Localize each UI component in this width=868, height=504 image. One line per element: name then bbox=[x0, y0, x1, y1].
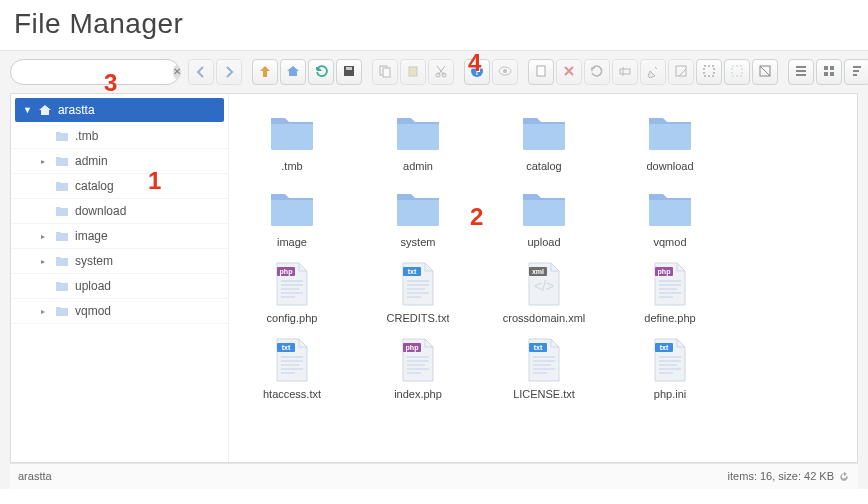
file-item[interactable]: download bbox=[607, 108, 733, 172]
toolbar-save-settings-button[interactable] bbox=[336, 59, 362, 85]
svg-text:php: php bbox=[406, 344, 419, 352]
file-item[interactable]: txthtaccess.txt bbox=[229, 336, 355, 400]
file-item[interactable]: catalog bbox=[481, 108, 607, 172]
cut-icon bbox=[434, 64, 448, 81]
folder-icon bbox=[55, 305, 69, 317]
tree-item-label: system bbox=[75, 254, 113, 268]
file-item[interactable]: </>xmlcrossdomain.xml bbox=[481, 260, 607, 324]
tree-item-vqmod[interactable]: ▸vqmod bbox=[11, 299, 228, 324]
search-input[interactable] bbox=[23, 65, 173, 79]
search-box[interactable]: ✕ bbox=[10, 59, 180, 85]
toolbar-info-button[interactable]: i bbox=[464, 59, 490, 85]
file-item[interactable]: admin bbox=[355, 108, 481, 172]
file-php-icon: php bbox=[646, 260, 694, 308]
svg-text:txt: txt bbox=[660, 344, 669, 351]
tree-item-admin[interactable]: ▸admin bbox=[11, 149, 228, 174]
status-refresh-icon[interactable] bbox=[834, 470, 850, 482]
file-item[interactable]: phpconfig.php bbox=[229, 260, 355, 324]
tree-item-label: image bbox=[75, 229, 108, 243]
file-name-label: crossdomain.xml bbox=[503, 312, 586, 324]
svg-text:</>: </> bbox=[534, 278, 554, 294]
svg-rect-15 bbox=[620, 69, 630, 74]
toolbar-view-sort-button[interactable] bbox=[844, 59, 868, 85]
toolbar-up-button[interactable] bbox=[252, 59, 278, 85]
file-txt-icon: txt bbox=[646, 336, 694, 384]
svg-text:txt: txt bbox=[408, 268, 417, 275]
toolbar-back-button bbox=[188, 59, 214, 85]
file-item[interactable]: phpindex.php bbox=[355, 336, 481, 400]
tree-root[interactable]: ▼ arastta bbox=[15, 98, 224, 122]
tree-item-label: admin bbox=[75, 154, 108, 168]
file-item[interactable]: vqmod bbox=[607, 184, 733, 248]
folder-icon bbox=[646, 108, 694, 156]
file-item[interactable]: image bbox=[229, 184, 355, 248]
svg-rect-14 bbox=[537, 66, 545, 76]
invert-selection-icon bbox=[758, 64, 772, 81]
resize-icon bbox=[674, 64, 688, 81]
icons-pane[interactable]: .tmbadmincatalogdownloadimagesystemuploa… bbox=[229, 94, 857, 462]
tree-item-download[interactable]: download bbox=[11, 199, 228, 224]
tree-item-tmb[interactable]: .tmb bbox=[11, 124, 228, 149]
view-sort-icon bbox=[850, 64, 864, 81]
status-summary: items: 16, size: 42 KB bbox=[728, 470, 850, 483]
toolbar-preview-button bbox=[492, 59, 518, 85]
toolbar-edit-button bbox=[640, 59, 666, 85]
toolbar-view-icons-button[interactable] bbox=[816, 59, 842, 85]
file-name-label: config.php bbox=[267, 312, 318, 324]
tree-item-label: .tmb bbox=[75, 129, 98, 143]
tree-item-upload[interactable]: upload bbox=[11, 274, 228, 299]
toolbar-new-file-button[interactable] bbox=[528, 59, 554, 85]
toolbar-paste-button bbox=[400, 59, 426, 85]
folder-icon bbox=[394, 108, 442, 156]
copy-icon bbox=[378, 64, 392, 81]
caret-right-icon: ▸ bbox=[41, 307, 49, 316]
file-item[interactable]: txtCREDITS.txt bbox=[355, 260, 481, 324]
svg-text:php: php bbox=[658, 268, 671, 276]
toolbar-select-none-button[interactable] bbox=[724, 59, 750, 85]
info-icon: i bbox=[470, 64, 484, 81]
tree-item-catalog[interactable]: catalog bbox=[11, 174, 228, 199]
toolbar-home-button[interactable] bbox=[280, 59, 306, 85]
svg-point-13 bbox=[503, 69, 507, 73]
svg-rect-23 bbox=[824, 72, 828, 76]
svg-rect-4 bbox=[346, 67, 352, 70]
file-txt-icon: txt bbox=[394, 260, 442, 308]
file-txt-icon: txt bbox=[520, 336, 568, 384]
clear-search-icon[interactable]: ✕ bbox=[173, 65, 181, 79]
caret-right-icon: ▸ bbox=[41, 257, 49, 266]
view-list-icon bbox=[794, 64, 808, 81]
file-item[interactable]: system bbox=[355, 184, 481, 248]
svg-text:i: i bbox=[476, 66, 479, 77]
tree-root-label: arastta bbox=[58, 103, 95, 117]
svg-text:xml: xml bbox=[532, 268, 544, 275]
home-icon bbox=[38, 104, 52, 116]
toolbar-select-all-button[interactable] bbox=[696, 59, 722, 85]
file-name-label: LICENSE.txt bbox=[513, 388, 575, 400]
tree-item-system[interactable]: ▸system bbox=[11, 249, 228, 274]
file-name-label: upload bbox=[527, 236, 560, 248]
file-item[interactable]: txtphp.ini bbox=[607, 336, 733, 400]
toolbar-resize-button bbox=[668, 59, 694, 85]
folder-tree: ▼ arastta .tmb▸admincatalogdownload▸imag… bbox=[11, 94, 229, 462]
svg-text:txt: txt bbox=[282, 344, 291, 351]
status-bar: arastta items: 16, size: 42 KB bbox=[10, 463, 858, 489]
toolbar-view-list-button[interactable] bbox=[788, 59, 814, 85]
toolbar-invert-selection-button[interactable] bbox=[752, 59, 778, 85]
top-bar: ✕ i? bbox=[10, 59, 858, 85]
file-item[interactable]: .tmb bbox=[229, 108, 355, 172]
file-item[interactable]: phpdefine.php bbox=[607, 260, 733, 324]
toolbar-rename-button bbox=[612, 59, 638, 85]
select-none-icon bbox=[730, 64, 744, 81]
folder-icon bbox=[646, 184, 694, 232]
tree-item-label: upload bbox=[75, 279, 111, 293]
folder-icon bbox=[55, 205, 69, 217]
toolbar-reload-button[interactable] bbox=[308, 59, 334, 85]
folder-icon bbox=[268, 184, 316, 232]
file-item[interactable]: upload bbox=[481, 184, 607, 248]
file-name-label: system bbox=[401, 236, 436, 248]
tree-item-image[interactable]: ▸image bbox=[11, 224, 228, 249]
up-icon bbox=[258, 64, 272, 81]
file-name-label: admin bbox=[403, 160, 433, 172]
folder-icon bbox=[55, 255, 69, 267]
file-item[interactable]: txtLICENSE.txt bbox=[481, 336, 607, 400]
